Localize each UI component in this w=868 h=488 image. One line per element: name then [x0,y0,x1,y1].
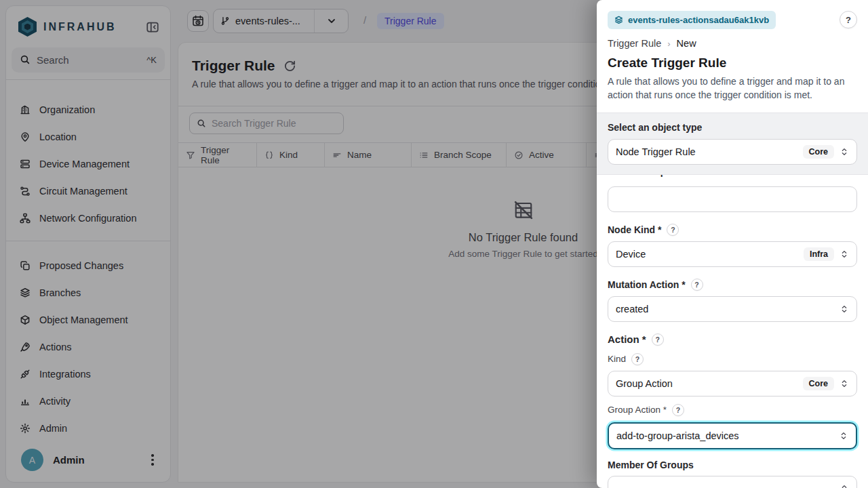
drawer-breadcrumb: Trigger Rule › New [608,38,857,49]
group-action-select[interactable]: add-to-group-arista_devices [608,422,857,449]
namespace-badge: Core [803,377,834,390]
branch-badge-label: events-rules-actionsadau6ak1kvb [628,15,769,25]
object-type-select[interactable]: Node Trigger Rule Core [608,139,857,165]
clipped-text-field[interactable] [608,186,857,212]
drawer-header: events-rules-actionsadau6ak1kvb ? Trigge… [597,0,868,113]
chevrons-up-down-icon [840,379,849,388]
help-button[interactable]: ? [840,11,857,28]
branch-badge[interactable]: events-rules-actionsadau6ak1kvb [608,11,776,29]
help-circle-icon[interactable]: ? [652,333,664,346]
object-type-value: Node Trigger Rule [616,146,797,157]
drawer-description: A rule that allows you to define a trigg… [608,75,857,102]
help-circle-icon[interactable]: ? [672,404,684,416]
group-action-label: Group Action * [608,405,667,415]
namespace-badge: Core [803,145,834,159]
help-circle-icon[interactable]: ? [631,353,644,365]
node-kind-select[interactable]: Device Infra [608,241,857,267]
action-kind-label: Kind [608,354,626,364]
chevrons-up-down-icon [840,484,849,488]
chevrons-up-down-icon [840,147,849,157]
object-type-section: Select an object type Node Trigger Rule … [597,113,868,175]
action-kind-select[interactable]: Group Action Core [608,371,857,396]
clipped-field-label: Branch Scope * [608,175,677,177]
mutation-action-select[interactable]: created [608,296,857,322]
breadcrumb-current: New [677,38,696,49]
breadcrumb-parent[interactable]: Trigger Rule [608,38,661,49]
chevrons-up-down-icon [840,249,849,259]
layers-icon [614,16,623,24]
member-of-groups-label: Member Of Groups [608,460,694,470]
help-circle-icon[interactable]: ? [667,224,679,236]
mutation-action-label: Mutation Action * [608,279,686,290]
chevrons-up-down-icon [840,304,849,314]
member-of-groups-field: Member Of Groups [608,460,857,488]
node-kind-field: Node Kind * ? Device Infra [608,224,857,267]
create-trigger-rule-drawer: events-rules-actionsadau6ak1kvb ? Trigge… [597,0,868,488]
namespace-badge: Infra [804,247,834,261]
action-label: Action * [608,333,646,345]
chevrons-up-down-icon [839,431,848,441]
drawer-form: Branch Scope * Node Kind * ? Device Infr… [597,175,868,488]
member-of-groups-select[interactable] [608,476,857,488]
mutation-action-field: Mutation Action * ? created [608,279,857,322]
clipped-field-label-row: Branch Scope * [608,175,857,186]
drawer-title: Create Trigger Rule [608,56,857,70]
chevron-right-icon: › [667,39,670,49]
object-type-label: Select an object type [608,122,857,133]
action-field-group: Action * ? Kind ? Group Action Core Grou… [608,333,857,449]
node-kind-label: Node Kind * [608,224,661,235]
help-circle-icon[interactable]: ? [691,279,703,291]
